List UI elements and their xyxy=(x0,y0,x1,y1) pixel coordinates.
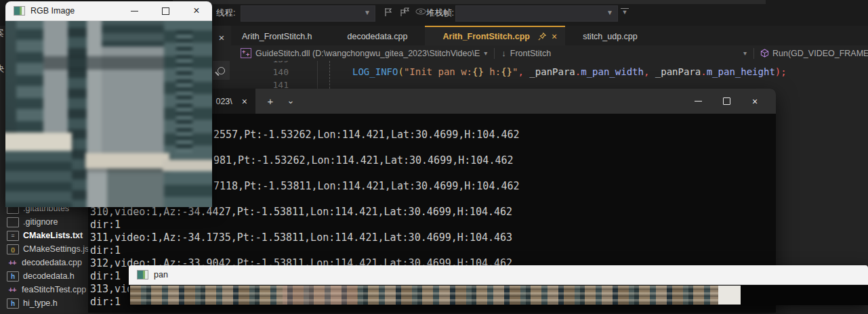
editor-tab[interactable]: stitch_udp.cpp xyxy=(565,26,655,45)
file-name: hi_type.h xyxy=(23,298,58,308)
pan-titlebar[interactable]: pan xyxy=(129,265,868,285)
breadcrumb-project[interactable]: GuideStitch.dll (D:\wangchongwu_gitea_20… xyxy=(255,49,480,58)
chevron-down-icon[interactable]: ▾ xyxy=(743,49,747,57)
text-file-icon: ≡ xyxy=(7,231,19,241)
console-line: 7118,Pt:-1.53811,Lon:114.421,Lat:30.4699… xyxy=(213,180,520,193)
file-icon xyxy=(7,217,19,227)
minimize-button[interactable] xyxy=(119,1,150,20)
thread-label: 线程: xyxy=(216,7,235,19)
minimize-icon xyxy=(695,101,702,102)
tab-label: decodedata.cpp xyxy=(348,32,408,41)
close-icon[interactable]: × xyxy=(242,96,247,107)
thread-dropdown[interactable]: ▼ xyxy=(241,5,375,22)
tab-dropdown-button[interactable]: ⌄ xyxy=(283,94,298,109)
line-number: 139 xyxy=(231,61,289,66)
pin-icon[interactable] xyxy=(538,32,546,41)
breadcrumb: ++ GuideStitch.dll (D:\wangchongwu_gitea… xyxy=(231,45,868,61)
code-token: , xyxy=(644,66,655,77)
minimize-icon xyxy=(131,11,138,12)
code-line-tokens: LOG_INFO("Init pan w:{} h:{}", _panPara.… xyxy=(231,66,868,78)
console-line: dir:1 xyxy=(90,219,121,231)
file-name: CMakeLists.txt xyxy=(23,231,83,240)
rgb-window-controls: × xyxy=(119,1,212,20)
flag-icon[interactable] xyxy=(383,7,395,19)
console-line: 2557,Pt:-1.53262,Lon:114.421,Lat:30.4699… xyxy=(213,129,520,141)
tab-label: stitch_udp.cpp xyxy=(583,32,638,41)
down-arrow-icon: ↓ xyxy=(501,48,506,58)
screen: 线程: ▼ 堆栈帧: ▼ ▼ 1 × .gitattributes.gitign… xyxy=(0,0,868,314)
code-token: , xyxy=(518,66,529,77)
chevron-down-icon: ▼ xyxy=(606,9,613,16)
close-icon[interactable]: × xyxy=(215,31,228,45)
file-name: feaStitchTest.cpp xyxy=(22,285,86,294)
breadcrumb-member-group: ▾ Run(GD_VIDEO_FRAME_S in xyxy=(739,45,868,61)
maximize-button[interactable] xyxy=(150,1,181,20)
opencv-image-icon xyxy=(14,6,25,16)
tab-label: Arith_FrontStitch.cpp xyxy=(442,32,529,41)
pan-image-window: pan xyxy=(129,265,868,305)
cpp-file-icon: ++ xyxy=(7,258,18,268)
stack-frame-label: 堆栈帧: xyxy=(426,7,454,19)
rgb-image-window: RGB Image × xyxy=(5,1,212,206)
search-button[interactable] xyxy=(213,61,230,80)
divider xyxy=(494,48,495,59)
double-flag-icon[interactable] xyxy=(398,7,411,19)
breadcrumb-member[interactable]: Run(GD_VIDEO_FRAME_S in xyxy=(772,49,868,58)
header-file-icon: h xyxy=(7,298,19,309)
code-token: . xyxy=(575,66,581,77)
close-button[interactable]: × xyxy=(181,1,212,20)
toolbar-top-strip xyxy=(173,0,766,4)
pan-window-title: pan xyxy=(154,270,168,279)
building-facade-image xyxy=(5,21,212,207)
code-token: m_pan_height xyxy=(707,66,775,77)
code-token: _panPara xyxy=(529,66,575,77)
terminal-tab-title: 023\ xyxy=(215,97,232,106)
panorama-detail xyxy=(718,286,741,305)
chevron-down-icon: ▼ xyxy=(364,9,371,16)
rgb-titlebar[interactable]: RGB Image × xyxy=(5,1,212,21)
chevron-down-icon[interactable]: ▾ xyxy=(484,49,487,57)
editor-tab[interactable]: Arith_FrontStitch.h xyxy=(242,26,330,45)
vertical-tab-glyph: 决 xyxy=(0,63,4,75)
code-area[interactable]: 139140141 LOG_INFO("Init pan w:{} h:{}",… xyxy=(231,61,868,89)
close-icon[interactable]: × xyxy=(552,31,557,42)
code-token: ( xyxy=(398,66,403,77)
code-token: h: xyxy=(484,66,501,77)
maximize-button[interactable] xyxy=(712,89,741,114)
panorama-detail xyxy=(283,286,357,305)
tab-label: Arith_FrontStitch.h xyxy=(242,32,312,41)
breadcrumb-scope[interactable]: FrontStitch xyxy=(510,49,551,58)
stack-frame-dropdown[interactable]: ▼ xyxy=(455,5,618,22)
file-name: decodedata.h xyxy=(23,271,75,281)
editor-tab[interactable]: Arith_FrontStitch.cpp× xyxy=(425,26,565,45)
pan-image-canvas xyxy=(129,285,868,305)
code-token: {} xyxy=(501,66,512,77)
cpp-file-icon: ++ xyxy=(7,285,18,295)
console-line: 311,video:1,Az:-34.1735,Pt:-1.53811,Lon:… xyxy=(90,231,512,244)
vertical-tab-glyph: 案 xyxy=(0,27,4,39)
console-line: dir:1 xyxy=(90,296,121,309)
cpp-project-icon: ++ xyxy=(241,48,251,58)
search-icon xyxy=(218,67,225,74)
editor-tab[interactable]: decodedata.cpp xyxy=(330,26,426,45)
divider xyxy=(753,48,754,59)
maximize-icon xyxy=(723,97,730,105)
code-token: "Init pan w: xyxy=(404,66,472,77)
toolbar-overflow-icon[interactable]: ▼ xyxy=(621,8,629,14)
close-button[interactable]: × xyxy=(741,89,769,114)
code-token: m_pan_width xyxy=(581,66,644,77)
line-number: 141 xyxy=(231,78,289,89)
maximize-icon xyxy=(162,7,169,15)
console-line: dir:1 xyxy=(90,244,121,257)
eye-icon[interactable] xyxy=(415,7,427,19)
new-tab-button[interactable]: + xyxy=(263,94,278,109)
code-token: _panPara xyxy=(655,66,701,77)
file-name: decodedata.cpp xyxy=(22,258,82,267)
code-token: LOG_INFO xyxy=(352,66,398,77)
cube-icon xyxy=(760,49,769,58)
console-line: 981,Pt:-1.53262,Lon:114.421,Lat:30.4699,… xyxy=(213,154,514,167)
editor-tab-row: Arith_FrontStitch.hdecodedata.cppArith_F… xyxy=(231,26,868,45)
json-file-icon: {} xyxy=(7,244,19,254)
minimize-button[interactable] xyxy=(684,89,712,114)
code-token: ); xyxy=(775,66,787,77)
